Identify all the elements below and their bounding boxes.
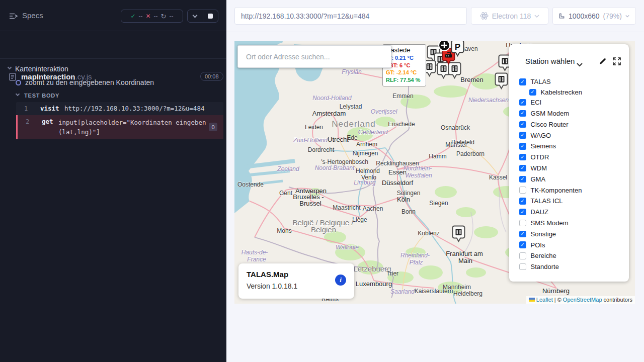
map-label: Kassel: [489, 174, 507, 181]
map-label: Bielefeld: [451, 139, 474, 146]
checkbox-talas-icl[interactable]: ✓: [519, 198, 526, 205]
map-label: Düsseldorf: [382, 179, 413, 187]
checkbox-sonstige[interactable]: ✓: [519, 231, 526, 238]
test-row[interactable]: zoomt zu den eingegebenen Koordinaten: [0, 77, 226, 89]
map-label: Pfalz: [410, 259, 423, 266]
specs-title: Specs: [22, 11, 43, 20]
map-label: Paderborn: [456, 150, 485, 157]
station-panel-list: ✓TALAS✓Kabelstrecken✓ECI✓GSM Modem✓Cisco…: [519, 76, 620, 273]
stop-button[interactable]: [203, 10, 218, 22]
layer-row-cisco-router[interactable]: ✓Cisco Router: [519, 119, 620, 130]
layer-label: WAGO: [531, 132, 551, 139]
layer-row-gma[interactable]: ✓GMA: [519, 173, 620, 185]
browser-select-button[interactable]: Electron 118: [471, 7, 548, 25]
layer-row-eci[interactable]: ✓ECI: [519, 97, 620, 108]
checkbox-siemens[interactable]: ✓: [519, 143, 526, 150]
layer-row-tk-komponenten[interactable]: TK-Komponenten: [519, 185, 620, 196]
layer-row-bereiche[interactable]: Bereiche: [519, 250, 620, 261]
map-label: Arnhem: [356, 141, 377, 148]
layer-row-talas[interactable]: ✓TALAS: [519, 76, 620, 87]
map-label: Zeeland: [277, 165, 299, 172]
layer-row-dauz[interactable]: ✓DAUZ: [519, 207, 620, 218]
map-label: Bonn: [401, 208, 416, 215]
viewport-zoom: (79%): [603, 12, 622, 20]
layer-label: SMS Modem: [531, 219, 569, 227]
layer-label: DAUZ: [531, 208, 548, 216]
layer-label: WDM: [531, 164, 547, 172]
checkbox-bereiche[interactable]: [519, 252, 526, 259]
command-children-badge: 0: [209, 123, 217, 131]
edit-pencil-icon[interactable]: [599, 57, 607, 67]
checkbox-kabelstrecken[interactable]: ✓: [529, 89, 536, 96]
checkbox-otdr[interactable]: ✓: [519, 154, 526, 161]
map-marker-plus[interactable]: [438, 41, 451, 54]
expand-fullscreen-icon[interactable]: [613, 57, 621, 67]
layer-label: OTDR: [531, 153, 549, 161]
collapse-button[interactable]: [188, 10, 203, 22]
layer-row-talas-icl[interactable]: ✓TALAS ICL: [519, 196, 620, 207]
attribution-sep: | ©: [554, 297, 561, 303]
map-label: Helmond: [356, 167, 380, 174]
checkbox-standorte[interactable]: [519, 263, 526, 270]
command-visit[interactable]: 1 visit http://192.168.10.33:3000/?m=12&…: [16, 102, 223, 115]
test-running-icon: [16, 80, 21, 85]
layer-row-siemens[interactable]: ✓Siemens: [519, 141, 620, 152]
test-body-row[interactable]: TEST BODY: [0, 92, 226, 101]
layer-row-sms-modem[interactable]: SMS Modem: [519, 218, 620, 229]
checkbox-tk-komponenten[interactable]: [519, 187, 526, 194]
layer-row-kabelstrecken[interactable]: ✓Kabelstrecken: [519, 87, 620, 97]
map-label: Saarland: [390, 288, 415, 295]
viewport-size-button[interactable]: 1000x660 (79%): [552, 7, 636, 25]
map-label: Main: [458, 257, 472, 264]
checkbox-cisco-router[interactable]: ✓: [519, 121, 526, 128]
checkbox-dauz[interactable]: ✓: [519, 209, 526, 216]
map-label: Siegen: [429, 200, 448, 207]
map-label: Utrecht: [328, 136, 349, 143]
checkbox-wdm[interactable]: ✓: [519, 165, 526, 172]
map-label: Frankfurt am: [446, 250, 483, 257]
station-panel: Station wählen ✓TALA: [509, 44, 629, 282]
layer-label: TALAS ICL: [531, 197, 563, 205]
map-canvas[interactable]: HamburgerhavenBremenNiedersachsenFryslân…: [234, 41, 635, 304]
map-label: Belgien: [311, 225, 336, 234]
checkbox-gsm-modem[interactable]: ✓: [519, 110, 526, 117]
map-marker-p[interactable]: P: [451, 41, 464, 59]
pending-icon: ↻: [161, 13, 167, 20]
layer-row-pois[interactable]: ✓POIs: [519, 239, 620, 250]
checkbox-wago[interactable]: ✓: [519, 132, 526, 139]
osm-link[interactable]: OpenStreetMap: [563, 297, 602, 303]
checkbox-talas[interactable]: ✓: [519, 78, 526, 85]
command-get[interactable]: 2 get input[placeholder="Koordinaten ein…: [16, 115, 223, 139]
station-select-dropdown[interactable]: Station wählen: [525, 57, 575, 65]
run-stats[interactable]: ✓ -- ✕ -- ↻ --: [121, 10, 183, 23]
checkbox-eci[interactable]: ✓: [519, 99, 526, 106]
url-input[interactable]: [234, 7, 467, 25]
layer-row-otdr[interactable]: ✓OTDR: [519, 152, 620, 163]
checkbox-gma[interactable]: ✓: [519, 176, 526, 183]
map-marker-station[interactable]: [495, 72, 508, 92]
layer-row-wago[interactable]: ✓WAGO: [519, 130, 620, 141]
chevron-down-icon[interactable]: [577, 60, 583, 69]
stop-icon: [208, 14, 213, 19]
search-input[interactable]: [238, 46, 391, 67]
map-label: Hauts-de-: [242, 249, 268, 256]
map-label: Bremen: [460, 76, 484, 83]
layer-row-wdm[interactable]: ✓WDM: [519, 163, 620, 174]
specs-menu-icon[interactable]: [9, 13, 18, 22]
checkbox-pois[interactable]: ✓: [519, 241, 526, 248]
leaflet-link[interactable]: Leaflet: [536, 297, 553, 303]
spec-file-row[interactable]: mapInteraction.cy.js 00:08: [0, 32, 226, 59]
app-title: TALAS.Map: [247, 270, 288, 279]
map-label: Nordrhein-: [404, 165, 432, 172]
layer-row-gsm-modem[interactable]: ✓GSM Modem: [519, 108, 620, 119]
station-panel-header: Station wählen: [509, 55, 629, 67]
layer-row-standorte[interactable]: Standorte: [519, 261, 620, 273]
layer-row-sonstige[interactable]: ✓Sonstige: [519, 228, 620, 239]
tooltip-row-gt: GT: -2.14 °C: [386, 69, 423, 76]
chevron-down-icon: [193, 13, 198, 18]
checkbox-sms-modem[interactable]: [519, 220, 526, 227]
map-label: France: [247, 256, 266, 263]
info-icon[interactable]: i: [335, 275, 346, 286]
map-marker-station[interactable]: [452, 225, 465, 244]
suite-row[interactable]: Karteninteraktion: [0, 63, 226, 75]
